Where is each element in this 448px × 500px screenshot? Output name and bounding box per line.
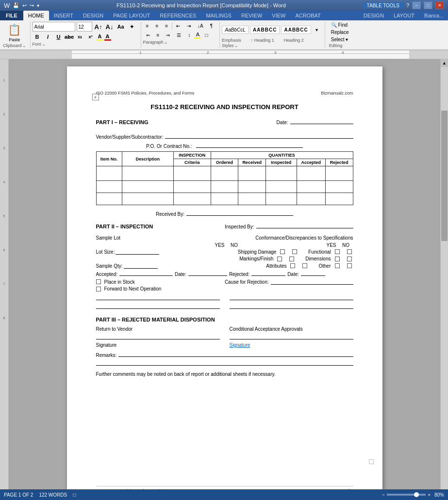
tab-insert[interactable]: INSERT <box>49 11 78 20</box>
quick-access-save[interactable]: 💾 <box>13 2 19 9</box>
italic-button[interactable]: I <box>43 32 53 41</box>
font-name-input[interactable] <box>33 22 75 32</box>
tab-table-design[interactable]: DESIGN <box>359 11 389 20</box>
cell-criteria-2[interactable] <box>173 181 211 193</box>
cell-desc-2[interactable] <box>122 181 173 193</box>
attributes-yes-cb[interactable] <box>290 263 295 268</box>
minimize-button[interactable]: − <box>412 1 421 9</box>
cell-rejected-3[interactable] <box>325 193 353 205</box>
style-heading1[interactable]: AABBCC <box>250 26 280 34</box>
cell-inspected-1[interactable] <box>265 166 297 181</box>
replace-button[interactable]: Replace <box>329 29 351 35</box>
cell-item-no-2[interactable] <box>96 181 122 193</box>
superscript-button[interactable]: x² <box>86 32 96 41</box>
accepted-date-input[interactable] <box>188 270 227 276</box>
cell-ordered-1[interactable] <box>211 166 238 181</box>
tab-acrobat[interactable]: ACROBAT <box>290 11 325 20</box>
cell-accepted-2[interactable] <box>297 181 325 193</box>
font-size-input[interactable] <box>77 22 92 32</box>
border-button[interactable]: □ <box>202 31 211 39</box>
cell-criteria-3[interactable] <box>173 193 211 205</box>
clear-format-button[interactable]: ✦ <box>127 22 137 31</box>
decrease-indent-button[interactable]: ⇤ <box>173 22 183 30</box>
cell-inspected-3[interactable] <box>265 193 297 205</box>
quick-access-redo[interactable]: ↪ <box>30 2 34 9</box>
forward-cb[interactable] <box>96 287 101 291</box>
styles-more-button[interactable]: ▾ <box>313 26 321 34</box>
place-in-stock-cb[interactable] <box>96 279 101 284</box>
signature-link[interactable]: Signature <box>230 342 353 348</box>
scroll-thumb[interactable] <box>441 111 448 241</box>
dimensions-yes-cb[interactable] <box>335 257 340 261</box>
tab-view[interactable]: VIEW <box>267 11 290 20</box>
clipboard-expand-icon[interactable]: ⌄ <box>22 43 26 48</box>
tab-design[interactable]: DESIGN <box>78 11 108 20</box>
quick-access-undo[interactable]: ↩ <box>22 2 27 9</box>
attributes-no-cb[interactable] <box>302 263 307 268</box>
align-left-button[interactable]: ⇐ <box>143 31 153 39</box>
cell-criteria-1[interactable] <box>173 166 211 181</box>
markings-no-cb[interactable] <box>289 257 294 261</box>
other-no-cb[interactable] <box>347 263 352 268</box>
styles-expand-icon[interactable]: ⌄ <box>234 43 238 48</box>
part2-sig-line-4[interactable] <box>230 303 353 309</box>
zoom-slider[interactable] <box>387 494 426 496</box>
dimensions-no-cb[interactable] <box>347 257 352 261</box>
font-color-button[interactable]: A <box>104 33 111 41</box>
bold-button[interactable]: B <box>33 32 42 41</box>
cell-desc-1[interactable] <box>122 166 173 181</box>
vertical-scrollbar[interactable]: ▲ ▼ <box>440 59 448 500</box>
vendor-input-line[interactable] <box>165 132 353 139</box>
restore-button[interactable]: □ <box>424 1 432 9</box>
strikethrough-button[interactable]: abc <box>65 32 74 41</box>
select-button[interactable]: Select ▾ <box>329 36 351 43</box>
part2-sig-line-3[interactable] <box>96 303 220 309</box>
zoom-in-button[interactable]: + <box>428 492 431 498</box>
zoom-thumb[interactable] <box>414 492 419 497</box>
shrink-font-button[interactable]: A↓ <box>105 22 115 31</box>
tab-table-layout[interactable]: LAYOUT <box>389 11 419 20</box>
tab-mailings[interactable]: MAILINGS <box>201 11 236 20</box>
document-scroll-area[interactable]: + ISO 22000 FSMS Policies, Procedures, a… <box>9 59 440 500</box>
cell-accepted-3[interactable] <box>297 193 325 205</box>
help-button[interactable]: ? <box>406 2 409 8</box>
cell-received-3[interactable] <box>238 193 266 205</box>
cell-ordered-2[interactable] <box>211 181 238 193</box>
justify-button[interactable]: ☰ <box>174 31 184 39</box>
find-button[interactable]: 🔍 Find <box>329 22 351 28</box>
inspected-by-input[interactable] <box>256 223 353 228</box>
cell-received-1[interactable] <box>238 166 266 181</box>
show-paragraph-button[interactable]: ¶ <box>207 22 216 30</box>
rejected-date-input[interactable] <box>301 270 325 276</box>
change-case-button[interactable]: Aa <box>116 22 126 31</box>
accepted-input[interactable] <box>119 270 173 276</box>
tab-page-layout[interactable]: PAGE LAYOUT <box>108 11 155 20</box>
sample-qty-input[interactable] <box>124 263 158 269</box>
zoom-controls[interactable]: − + 80% <box>382 492 444 498</box>
line-spacing-button[interactable]: ↕ <box>185 31 193 39</box>
scroll-up-button[interactable]: ▲ <box>441 59 448 67</box>
multilevel-button[interactable]: ≡ <box>162 22 171 30</box>
po-input-line[interactable] <box>196 142 303 148</box>
part2-sig-line-2[interactable] <box>230 294 353 300</box>
other-yes-cb[interactable] <box>335 263 340 268</box>
cause-rejection-input[interactable] <box>271 279 353 285</box>
cell-received-2[interactable] <box>238 181 266 193</box>
add-content-button[interactable]: + <box>92 94 99 100</box>
zoom-out-button[interactable]: − <box>382 492 385 498</box>
tab-file[interactable]: FILE <box>0 11 23 20</box>
cell-ordered-3[interactable] <box>211 193 238 205</box>
remarks-input[interactable] <box>118 351 353 357</box>
received-by-input[interactable] <box>186 210 293 216</box>
cell-item-no-3[interactable] <box>96 193 122 205</box>
tab-references[interactable]: REFERENCES <box>155 11 201 20</box>
markings-yes-cb[interactable] <box>277 257 282 261</box>
shipping-damage-yes-cb[interactable] <box>280 249 285 254</box>
lot-size-input[interactable] <box>116 249 159 255</box>
align-center-button[interactable]: ≡ <box>154 31 163 39</box>
increase-indent-button[interactable]: ⇥ <box>184 22 194 30</box>
functional-yes-cb[interactable] <box>335 249 340 254</box>
close-button[interactable]: ✕ <box>435 1 444 9</box>
font-expand-icon[interactable]: ⌄ <box>42 42 46 47</box>
part2-sig-line-1[interactable] <box>96 294 220 300</box>
